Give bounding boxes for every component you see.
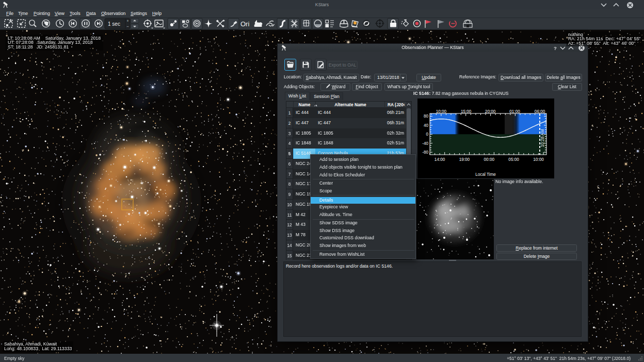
svg-text:0: 0: [426, 132, 428, 137]
svg-text:10:00: 10:00: [436, 109, 447, 114]
svg-text:00:00: 00:00: [484, 157, 495, 162]
svg-text:06:00: 06:00: [535, 109, 545, 114]
svg-text:Ori: Ori: [240, 20, 249, 28]
svg-text:80: 80: [424, 114, 429, 119]
svg-text:+: +: [127, 19, 129, 23]
svg-text:10:00: 10:00: [533, 157, 544, 162]
svg-text:40: 40: [424, 123, 429, 128]
svg-text:?: ?: [554, 45, 557, 51]
svg-text:19:00: 19:00: [459, 157, 470, 162]
svg-text:15:00: 15:00: [461, 109, 472, 114]
svg-text:14:00: 14:00: [434, 157, 445, 162]
svg-text:05:00: 05:00: [508, 157, 519, 162]
svg-text:-40: -40: [422, 141, 428, 146]
svg-text:10:28 AM: 10:28 AM: [540, 129, 545, 147]
svg-text:Local Time: Local Time: [475, 172, 496, 177]
svg-text:20:00: 20:00: [485, 109, 496, 114]
svg-text:-80: -80: [422, 150, 428, 155]
svg-text:1 sec: 1 sec: [108, 21, 120, 27]
svg-text:01:00: 01:00: [509, 109, 520, 114]
svg-text:–: –: [127, 24, 129, 28]
